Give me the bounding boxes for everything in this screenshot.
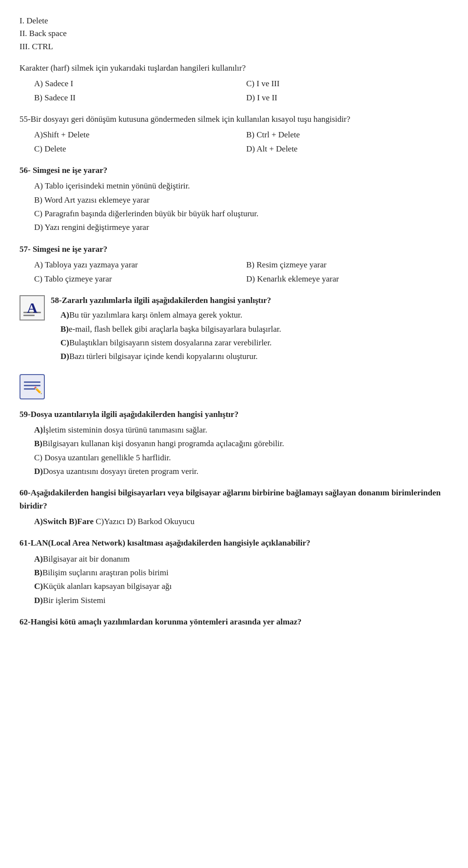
q57-text: 57- Simgesi ne işe yarar? <box>20 243 448 256</box>
q60-option-a: A)Switch <box>34 517 69 526</box>
notebook-icon-area: ✏️ <box>20 374 448 399</box>
q55-block: 55-Bir dosyayı geri dönüşüm kutusuna gön… <box>20 113 448 155</box>
q62-block: 62-Hangisi kötü amaçlı yazılımlardan kor… <box>20 616 448 628</box>
q58-option-c: C)Bulaştıkları bilgisayarın sistem dosya… <box>60 337 448 349</box>
q58-option-b: B)e-mail, flash bellek gibi araçlarla ba… <box>60 323 448 336</box>
q58-bold-text: Zararlı yazılımlarla ilgili aşağıdakiler… <box>62 296 271 305</box>
notebook-line-1 <box>24 381 40 383</box>
q61-option-c: C)Küçük alanları kapsayan bilgisayar ağı <box>34 580 448 593</box>
q57-option-b: B) Resim çizmeye yarar <box>246 259 448 271</box>
notebook-icon: ✏️ <box>20 374 45 399</box>
q58-options: A)Bu tür yazılımlara karşı önlem almaya … <box>60 309 448 363</box>
q61-block: 61-LAN(Local Area Network) kısaltması aş… <box>20 537 448 607</box>
q58-question-text: 58-Zararlı yazılımlarla ilgili aşağıdaki… <box>51 294 448 307</box>
q61-option-a: A)Bilgisayar ait bir donanım <box>34 553 448 566</box>
q56-option-b: B) Word Art yazısı eklemeye yarar <box>34 194 448 207</box>
q59-text: 59-Dosya uzantılarıyla ilgili aşağıdakil… <box>20 408 448 421</box>
q57-option-c: C) Tablo çizmeye yarar <box>34 273 236 285</box>
word-icon: A <box>20 295 45 321</box>
q58-block: A 58-Zararlı yazılımlarla ilgili aşağıda… <box>20 294 448 365</box>
option-a: A) Sadece I <box>34 77 236 90</box>
q60-option-c: C)Yazıcı <box>96 517 127 526</box>
q56-option-a: A) Tablo içerisindeki metnin yönünü deği… <box>34 180 448 192</box>
question-intro-block: Karakter (harf) silmek için yukarıdaki t… <box>20 62 448 104</box>
q58-label: 58- <box>51 296 62 305</box>
q59-block: 59-Dosya uzantılarıyla ilgili aşağıdakil… <box>20 408 448 478</box>
q58-option-d: D)Bazı türleri bilgisayar içinde kendi k… <box>60 350 448 363</box>
q56-option-d: D) Yazı rengini değiştirmeye yarar <box>34 221 448 234</box>
q61-text: 61-LAN(Local Area Network) kısaltması aş… <box>20 537 448 549</box>
q55-option-a: A)Shift + Delete <box>34 129 236 141</box>
question-intro-text: Karakter (harf) silmek için yukarıdaki t… <box>20 62 448 75</box>
q59-option-d: D)Dosya uzantısını dosyayı üreten progra… <box>34 465 448 478</box>
q60-options: A)Switch B)Fare C)Yazıcı D) Barkod Okuyu… <box>34 515 448 528</box>
q61-options: A)Bilgisayar ait bir donanım B)Bilişim s… <box>34 553 448 607</box>
q57-option-d: D) Kenarlık eklemeye yarar <box>246 273 448 285</box>
q57-option-a: A) Tabloya yazı yazmaya yarar <box>34 259 236 271</box>
q58-content: 58-Zararlı yazılımlarla ilgili aşağıdaki… <box>51 294 448 365</box>
q59-option-b: B)Bilgisayarı kullanan kişi dosyanın han… <box>34 437 448 450</box>
option-b: B) Sadece II <box>34 92 236 104</box>
q58-option-a: A)Bu tür yazılımlara karşı önlem almaya … <box>60 309 448 321</box>
list-item: I. Delete <box>20 15 448 27</box>
page-content: I. Delete II. Back space III. CTRL Karak… <box>20 15 448 628</box>
q59-options: A)İşletim sisteminin dosya türünü tanıma… <box>34 424 448 478</box>
q56-block: 56- Simgesi ne işe yarar? A) Tablo içeri… <box>20 164 448 234</box>
q61-option-d: D)Bir işlerim Sistemi <box>34 594 448 607</box>
q55-text: 55-Bir dosyayı geri dönüşüm kutusuna gön… <box>20 113 448 126</box>
q62-text: 62-Hangisi kötü amaçlı yazılımlardan kor… <box>20 616 448 628</box>
q56-text: 56- Simgesi ne işe yarar? <box>20 164 448 177</box>
list-item: II. Back space <box>20 27 448 40</box>
q61-option-b: B)Bilişim suçlarını araştıran polis biri… <box>34 566 448 579</box>
q57-options: A) Tabloya yazı yazmaya yarar B) Resim ç… <box>34 259 448 285</box>
q-intro-options: A) Sadece I C) I ve III B) Sadece II D) … <box>34 77 448 104</box>
q56-option-c: C) Paragrafın başında diğerlerinden büyü… <box>34 208 448 220</box>
q55-option-d: D) Alt + Delete <box>246 143 448 155</box>
q60-option-b: B)Fare <box>69 517 96 526</box>
list-item: III. CTRL <box>20 40 448 53</box>
q59-option-c: C) Dosya uzantıları genellikle 5 harflid… <box>34 452 448 464</box>
q57-block: 57- Simgesi ne işe yarar? A) Tabloya yaz… <box>20 243 448 285</box>
list-block: I. Delete II. Back space III. CTRL <box>20 15 448 53</box>
q60-option-d: D) Barkod Okuyucu <box>127 517 195 526</box>
q55-option-c: C) Delete <box>34 143 236 155</box>
q55-option-b: B) Ctrl + Delete <box>246 129 448 141</box>
q60-block: 60-Aşağıdakilerden hangisi bilgisayarlar… <box>20 487 448 528</box>
q59-option-a: A)İşletim sisteminin dosya türünü tanıma… <box>34 424 448 436</box>
q60-text: 60-Aşağıdakilerden hangisi bilgisayarlar… <box>20 487 448 512</box>
option-d: D) I ve II <box>246 92 448 104</box>
q58-row: A 58-Zararlı yazılımlarla ilgili aşağıda… <box>20 294 448 365</box>
option-c: C) I ve III <box>246 77 448 90</box>
q55-options: A)Shift + Delete B) Ctrl + Delete C) Del… <box>34 129 448 155</box>
q56-options: A) Tablo içerisindeki metnin yönünü deği… <box>34 180 448 234</box>
pencil-icon: ✏️ <box>34 385 42 396</box>
